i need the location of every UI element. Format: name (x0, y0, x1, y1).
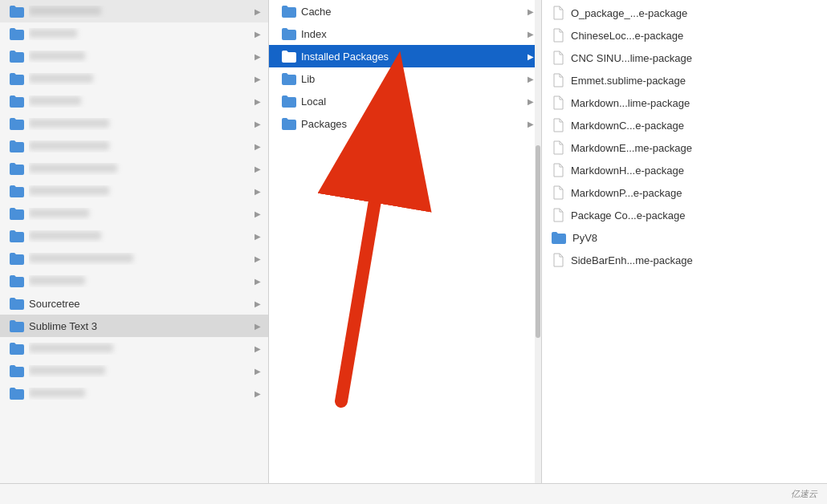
list-item[interactable]: ▶ (0, 270, 268, 292)
file-icon (552, 73, 564, 87)
middle-item-lib[interactable]: Lib ▶ (269, 67, 541, 90)
chevron-right-icon: ▶ (254, 254, 262, 263)
folder-label (29, 163, 254, 175)
watermark: 亿速云 (791, 488, 817, 500)
file-label: MarkdownC...e-package (571, 120, 817, 132)
folder-icon (10, 117, 24, 130)
folder-label (29, 343, 254, 355)
right-item-sidebar-enh[interactable]: SideBarEnh...me-package (542, 249, 827, 271)
folder-icon (10, 252, 24, 265)
file-icon (552, 185, 564, 200)
folder-icon (552, 231, 566, 244)
list-item-sourcetree[interactable]: Sourcetree ▶ (0, 292, 268, 315)
right-item-o-package[interactable]: O_package_...e-package (542, 2, 827, 24)
list-item[interactable]: ▶ (0, 360, 268, 382)
right-item-markdown[interactable]: Markdown...lime-package (542, 91, 827, 114)
chevron-right-icon: ▶ (527, 120, 535, 128)
list-item[interactable]: ▶ (0, 225, 268, 247)
list-item[interactable]: ▶ (0, 67, 268, 90)
right-item-markdowne[interactable]: MarkdownE...me-package (542, 136, 827, 159)
folder-label (29, 140, 254, 152)
folder-icon (282, 117, 296, 130)
file-label: SideBarEnh...me-package (571, 254, 817, 266)
folder-label (29, 253, 254, 265)
folder-icon (10, 27, 24, 40)
right-item-markdownh[interactable]: MarkdownH...e-package (542, 159, 827, 181)
chevron-right-icon: ▶ (254, 120, 262, 128)
scrollbar-thumb[interactable] (536, 145, 540, 339)
right-item-pyv8[interactable]: PyV8 (542, 226, 827, 249)
right-item-package-co[interactable]: Package Co...e-package (542, 204, 827, 226)
middle-item-local[interactable]: Local ▶ (269, 90, 541, 112)
folder-icon (10, 297, 24, 310)
chevron-right-icon: ▶ (254, 52, 262, 61)
chevron-right-icon: ▶ (254, 187, 262, 196)
bottom-bar: 亿速云 (0, 483, 827, 504)
list-item[interactable]: ▶ (0, 22, 268, 45)
list-item[interactable]: ▶ (0, 247, 268, 270)
list-item[interactable]: ▶ (0, 0, 268, 22)
folder-label (29, 230, 254, 242)
list-item[interactable]: ▶ (0, 112, 268, 135)
chevron-right-icon: ▶ (254, 7, 262, 16)
folder-icon (10, 72, 24, 85)
chevron-right-icon: ▶ (254, 322, 262, 331)
middle-panel: Cache ▶ Index ▶ Installed Packages ▶ (269, 0, 542, 483)
list-item[interactable]: ▶ (0, 337, 268, 360)
right-item-chineseloc[interactable]: ChineseLoc...e-package (542, 24, 827, 47)
middle-item-cache[interactable]: Cache ▶ (269, 0, 541, 22)
file-label: ChineseLoc...e-package (571, 30, 817, 42)
folder-label (29, 96, 254, 108)
folder-label (29, 118, 254, 130)
chevron-right-icon: ▶ (254, 367, 262, 376)
folder-icon (10, 185, 24, 197)
folder-icon (282, 50, 296, 63)
scrollbar[interactable] (535, 0, 541, 483)
folder-icon (10, 95, 24, 108)
list-item[interactable]: ▶ (0, 180, 268, 202)
list-item-sublime-text[interactable]: Sublime Text 3 ▶ (0, 315, 268, 337)
list-item[interactable]: ▶ (0, 45, 268, 67)
folder-icon (10, 364, 24, 377)
file-label: MarkdownE...me-package (571, 142, 817, 154)
chevron-right-icon: ▶ (254, 97, 262, 106)
chevron-right-icon: ▶ (254, 299, 262, 308)
chevron-right-icon: ▶ (527, 97, 535, 106)
right-item-markdownp[interactable]: MarkdownP...e-package (542, 181, 827, 204)
chevron-right-icon: ▶ (527, 7, 535, 16)
list-item[interactable]: ▶ (0, 382, 268, 404)
list-item[interactable]: ▶ (0, 202, 268, 225)
list-item[interactable]: ▶ (0, 135, 268, 157)
right-item-markdownc[interactable]: MarkdownC...e-package (542, 114, 827, 136)
folder-icon (282, 5, 296, 18)
file-label: CNC SINU...lime-package (571, 52, 817, 64)
folder-label: Sourcetree (29, 298, 254, 310)
folder-icon (282, 95, 296, 108)
list-item[interactable]: ▶ (0, 157, 268, 180)
file-label: MarkdownP...e-package (571, 187, 817, 199)
right-item-emmet[interactable]: Emmet.sublime-package (542, 69, 827, 91)
file-label: MarkdownH...e-package (571, 165, 817, 177)
middle-item-index[interactable]: Index ▶ (269, 22, 541, 45)
folder-icon (10, 387, 24, 400)
chevron-right-icon: ▶ (527, 30, 535, 39)
folder-label: Installed Packages (301, 51, 527, 63)
folder-icon (10, 342, 24, 355)
file-icon (552, 51, 564, 65)
chevron-right-icon: ▶ (254, 142, 262, 151)
file-icon (552, 118, 564, 132)
folder-icon (10, 319, 24, 332)
right-item-cnc-sinu[interactable]: CNC SINU...lime-package (542, 47, 827, 69)
folder-label: Packages (301, 118, 527, 130)
chevron-right-icon: ▶ (254, 165, 262, 173)
middle-item-packages[interactable]: Packages ▶ (269, 112, 541, 135)
middle-folder-list: Cache ▶ Index ▶ Installed Packages ▶ (269, 0, 541, 483)
chevron-right-icon: ▶ (254, 75, 262, 83)
folder-label (29, 51, 254, 63)
folder-label (29, 6, 254, 18)
file-icon (552, 96, 564, 110)
file-icon (552, 28, 564, 43)
folder-label (29, 28, 254, 40)
list-item[interactable]: ▶ (0, 90, 268, 112)
middle-item-installed-packages[interactable]: Installed Packages ▶ (269, 45, 541, 67)
